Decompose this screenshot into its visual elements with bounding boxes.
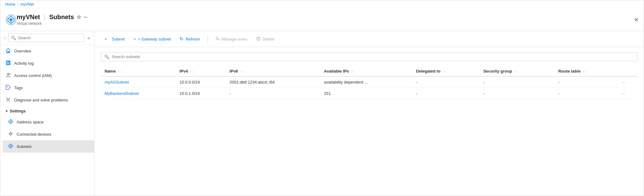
- refresh-button[interactable]: ↻ Refresh: [176, 34, 204, 44]
- breadcrumb-home[interactable]: Home: [5, 2, 15, 7]
- cell-security-group: -: [479, 76, 555, 88]
- sort-delegated-to-icon[interactable]: ↑↓: [443, 70, 446, 73]
- subnets-icon: [8, 143, 14, 150]
- settings-section-header[interactable]: ∨ Settings: [0, 106, 94, 116]
- col-security-group: Security group ↑↓: [479, 66, 555, 76]
- settings-section-label: Settings: [10, 109, 26, 113]
- cell-row-actions[interactable]: ···: [618, 76, 637, 88]
- svg-rect-9: [7, 63, 9, 64]
- resource-name: myVNet: [17, 14, 40, 21]
- resource-type: Virtual network: [17, 21, 634, 26]
- add-subnet-button[interactable]: + Subnet: [101, 35, 128, 43]
- delete-button[interactable]: Delete: [252, 35, 278, 44]
- activity-log-icon: [5, 60, 11, 67]
- cell-name: myAGSubnet: [101, 76, 176, 88]
- connected-devices-icon: [8, 131, 14, 138]
- sidebar-item-connected-devices[interactable]: Connected devices: [3, 128, 94, 140]
- sidebar-item-overview[interactable]: Overview: [0, 45, 94, 57]
- diamond-icon: ◇: [3, 36, 6, 40]
- add-icon: +: [133, 37, 136, 41]
- cell-ipv6: 2001:db8:1234:abcd::/64: [226, 76, 320, 88]
- sort-ipv6-icon[interactable]: ↑↓: [240, 70, 243, 73]
- sidebar-item-iam[interactable]: Access control (IAM): [0, 69, 94, 82]
- delete-icon: [256, 36, 261, 42]
- sidebar-item-diagnose[interactable]: Diagnose and solve problems: [0, 94, 94, 106]
- search-subnets-box[interactable]: 🔍: [101, 52, 637, 61]
- svg-rect-27: [257, 38, 260, 41]
- col-name: Name ↑↓: [101, 66, 176, 76]
- sidebar-search-row: ◇ 🔍 «: [0, 31, 94, 45]
- page-title: Subnets: [49, 14, 74, 21]
- col-ipv6: IPv6 ↑↓: [226, 66, 320, 76]
- sidebar-item-address-space[interactable]: Address space: [3, 116, 94, 128]
- sidebar-item-tags[interactable]: Tags: [0, 82, 94, 94]
- top-bar: myVNet | Subnets ☆ ··· Virtual network ✕: [0, 8, 644, 31]
- sidebar-search-input[interactable]: [18, 35, 81, 40]
- sidebar-item-label: Connected devices: [17, 132, 51, 137]
- refresh-icon: ↻: [180, 36, 184, 42]
- search-icon: 🔍: [104, 54, 109, 59]
- subnet-name-link[interactable]: myAGSubnet: [105, 80, 129, 84]
- search-subnets-input[interactable]: [112, 54, 634, 59]
- sort-available-ips-icon[interactable]: ↑↓: [351, 70, 354, 73]
- subnet-name-link[interactable]: MyBackendSubnet: [105, 91, 139, 96]
- svg-point-10: [7, 73, 9, 75]
- sort-name-icon[interactable]: ↑↓: [118, 70, 121, 73]
- svg-rect-8: [7, 63, 10, 63]
- cell-delegated-to: -: [412, 88, 479, 99]
- svg-point-12: [7, 86, 8, 87]
- cell-name: MyBackendSubnet: [101, 88, 176, 99]
- tags-icon: [5, 84, 11, 91]
- sidebar-item-label: Address space: [17, 120, 44, 124]
- col-ipv4: IPv4 ↑↓: [176, 66, 226, 76]
- svg-rect-5: [8, 51, 9, 53]
- sort-security-group-icon[interactable]: ↑↓: [515, 70, 518, 73]
- table-area: 🔍 Name ↑↓ IPv4 ↑↓: [95, 47, 644, 196]
- cell-ipv6: -: [226, 88, 320, 99]
- cell-row-actions[interactable]: ···: [618, 88, 637, 99]
- sort-ipv4-icon[interactable]: ↑↓: [190, 70, 193, 73]
- vnet-logo: [5, 14, 17, 25]
- search-icon: 🔍: [11, 35, 16, 40]
- toolbar: + Subnet + + Gateway subnet ↻ Refresh Ma…: [95, 31, 644, 47]
- close-icon[interactable]: ✕: [634, 16, 639, 23]
- col-route-table: Route table ↑↓: [555, 66, 618, 76]
- settings-chevron-icon: ∨: [5, 109, 8, 113]
- table-row: myAGSubnet 10.0.0.0/24 2001:db8:1234:abc…: [101, 76, 637, 88]
- col-actions: [618, 66, 637, 76]
- breadcrumb-resource[interactable]: myVNet: [20, 2, 34, 7]
- collapse-sidebar-button[interactable]: «: [86, 34, 91, 42]
- more-options-icon[interactable]: ···: [84, 14, 88, 20]
- sidebar: ◇ 🔍 « Overview Activity log: [0, 31, 95, 196]
- diagnose-icon: [5, 97, 11, 103]
- svg-point-17: [10, 133, 12, 135]
- sidebar-item-activity-log[interactable]: Activity log: [0, 57, 94, 69]
- cell-route-table: -: [555, 76, 618, 88]
- sort-route-table-icon[interactable]: ↑↓: [583, 70, 586, 73]
- right-panel: + Subnet + + Gateway subnet ↻ Refresh Ma…: [95, 31, 644, 196]
- svg-rect-7: [7, 62, 8, 62]
- cell-available-ips: availability dependent ...: [320, 76, 412, 88]
- sidebar-item-label: Activity log: [14, 61, 34, 66]
- sidebar-search-box[interactable]: 🔍: [8, 34, 84, 42]
- table-header-row: Name ↑↓ IPv4 ↑↓ IPv6 ↑↓: [101, 66, 637, 76]
- col-available-ips: Available IPs ↑↓: [320, 66, 412, 76]
- manage-users-button[interactable]: Manage users: [212, 35, 251, 44]
- breadcrumb: Home › myVNet: [0, 0, 644, 8]
- toolbar-separator: [208, 35, 208, 43]
- sidebar-item-label: Overview: [14, 49, 31, 53]
- add-gateway-subnet-button[interactable]: + + Gateway subnet: [130, 35, 175, 43]
- favorite-icon[interactable]: ☆: [77, 14, 81, 20]
- cell-available-ips: 251: [320, 88, 412, 99]
- sidebar-item-label: Subnets: [17, 144, 32, 149]
- add-subnet-plus-icon: +: [105, 37, 107, 41]
- sidebar-item-label: Diagnose and solve problems: [14, 98, 68, 102]
- col-delegated-to: Delegated to ↑↓: [412, 66, 479, 76]
- sidebar-item-subnets[interactable]: Subnets: [3, 140, 94, 153]
- manage-users-icon: [215, 36, 220, 42]
- subnets-table: Name ↑↓ IPv4 ↑↓ IPv6 ↑↓: [101, 66, 637, 99]
- sidebar-item-label: Tags: [14, 85, 23, 90]
- iam-icon: [5, 72, 11, 79]
- address-space-icon: [8, 119, 14, 125]
- table-row: MyBackendSubnet 10.0.1.0/24 - 251 - - - …: [101, 88, 637, 99]
